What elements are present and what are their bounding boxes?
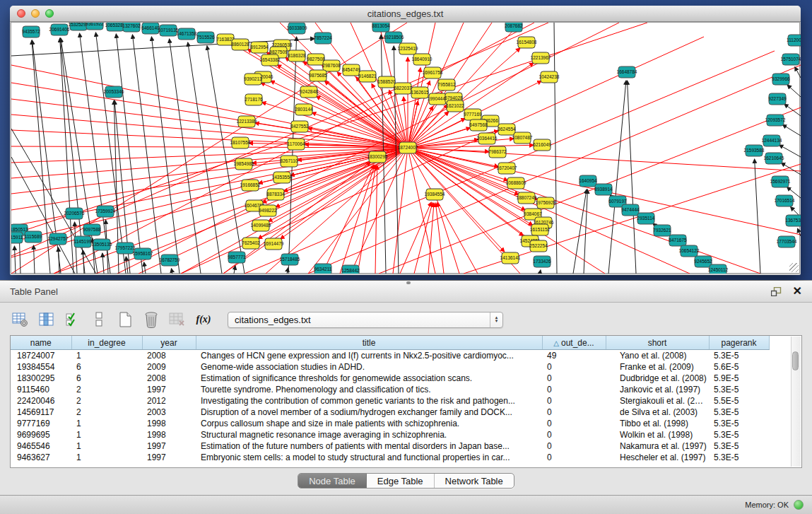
graph-node[interactable]: 7932621	[653, 225, 671, 236]
graph-node[interactable]: 16151152	[530, 224, 551, 235]
graph-node[interactable]: 16543382	[260, 54, 281, 66]
cell-short[interactable]: Nakamura et al. (1997)	[606, 440, 709, 452]
graph-node[interactable]: 16033809	[287, 23, 307, 34]
graph-node[interactable]: 1588520	[377, 76, 396, 88]
graph-edge[interactable]	[408, 148, 801, 171]
graph-node[interactable]: 18640910	[412, 54, 433, 65]
cell-name[interactable]: 9463627	[11, 452, 71, 463]
graph-node[interactable]: 1362615	[411, 87, 429, 98]
graph-node[interactable]: 9777169	[464, 109, 482, 120]
graph-node[interactable]: 6497568	[469, 119, 488, 131]
cell-pagerank[interactable]: 5.3E-5	[709, 407, 769, 418]
graph-edge[interactable]	[11, 148, 408, 178]
cell-pagerank[interactable]: 5.3E-5	[709, 429, 769, 440]
cell-out_de[interactable]: 49	[542, 350, 606, 362]
cell-out_de[interactable]: 0	[542, 373, 606, 384]
cell-in_degree[interactable]: 2	[71, 407, 142, 418]
table-row[interactable]: 946554611997Estimation of the future num…	[11, 440, 779, 452]
new-column-icon[interactable]	[114, 309, 136, 330]
graph-node[interactable]: 20364416	[477, 133, 498, 144]
graph-edge[interactable]	[14, 246, 16, 274]
graph-edge[interactable]	[351, 148, 408, 274]
graph-node[interactable]: 18107554	[230, 137, 251, 148]
graph-edge[interactable]	[782, 124, 801, 136]
graph-node[interactable]: 8454749	[342, 64, 360, 76]
graph-node[interactable]: 9857771	[228, 252, 246, 263]
cell-year[interactable]: 2009	[142, 361, 196, 373]
graph-node[interactable]: 16210645	[764, 153, 784, 164]
graph-node[interactable]: 9498222	[259, 205, 277, 216]
cell-pagerank[interactable]: 5.3E-5	[709, 350, 769, 362]
column-header-out_de[interactable]: △out_de...	[542, 336, 606, 350]
column-header-short[interactable]: short	[606, 336, 709, 350]
cell-short[interactable]: Stergiakouli et al. (2012)	[606, 395, 709, 407]
resize-grip-icon[interactable]	[789, 263, 799, 272]
graph-node[interactable]: 3624554	[498, 124, 516, 135]
cell-short[interactable]: Dudbridge et al. (2008)	[606, 373, 709, 384]
table-row[interactable]: 1830029562008Estimation of significance …	[11, 373, 779, 384]
graph-node[interactable]: 10807487	[512, 132, 533, 144]
combo-stepper-icon[interactable]: ▲▼	[490, 313, 502, 327]
tab-node-table[interactable]: Node Table	[298, 474, 367, 488]
column-header-pagerank[interactable]: pagerank	[709, 336, 769, 350]
graph-node[interactable]: 18724007	[398, 142, 418, 153]
table-row[interactable]: 1872400712008Changes of HCN gene express…	[11, 350, 779, 362]
graph-node[interactable]: 8813054	[372, 23, 390, 32]
graph-node[interactable]: 3915911	[11, 232, 23, 243]
network-view-window[interactable]: citations_edges.txt 18724007716382288601…	[10, 6, 801, 275]
show-columns-icon[interactable]	[36, 309, 57, 330]
graph-edge[interactable]	[95, 33, 126, 274]
graph-node[interactable]: 15751074	[781, 54, 801, 65]
table-selector-combo[interactable]: citations_edges.txt ▲▼	[228, 312, 503, 328]
graph-node[interactable]: 14099489	[251, 220, 271, 231]
graph-node[interactable]: 6822037	[394, 83, 412, 94]
table-panel-header[interactable]: Table Panel ✕	[0, 281, 812, 303]
graph-node[interactable]: 19854985	[234, 158, 254, 170]
graph-node[interactable]: 12325419	[398, 43, 418, 54]
cell-short[interactable]: Yano et al. (2008)	[606, 350, 709, 362]
cell-out_de[interactable]: 0	[542, 395, 606, 407]
graph-node[interactable]: 17359924	[95, 206, 116, 217]
graph-node[interactable]: 21593588	[744, 145, 765, 156]
cell-name[interactable]: 22420046	[11, 395, 71, 407]
graph-node[interactable]: 10719135	[158, 25, 179, 36]
cell-pagerank[interactable]: 5.5E-5	[709, 395, 769, 407]
cell-title[interactable]: Tourette syndrome. Phenomenology and cla…	[196, 384, 542, 395]
graph-node[interactable]: 19166852	[240, 180, 261, 191]
graph-node[interactable]: 20206576	[64, 208, 85, 219]
graph-node[interactable]: 8938914	[594, 184, 613, 195]
graph-node[interactable]: 15718485	[280, 254, 300, 265]
graph-node[interactable]: 14136141	[500, 252, 521, 264]
cell-year[interactable]: 1998	[142, 429, 196, 440]
graph-edge[interactable]	[798, 228, 801, 236]
graph-node[interactable]: 1170064	[288, 139, 305, 150]
float-panel-icon[interactable]	[771, 287, 782, 296]
cell-year[interactable]: 2012	[142, 395, 196, 407]
cell-name[interactable]: 9115460	[11, 384, 71, 395]
graph-node[interactable]: 9329966	[772, 74, 790, 85]
graph-node[interactable]: 20691406	[49, 24, 70, 35]
table-row[interactable]: 969969511998Structural magnetic resonanc…	[11, 429, 779, 440]
cell-short[interactable]: Tibbo et al. (1998)	[606, 418, 709, 429]
cell-in_degree[interactable]: 6	[71, 373, 142, 384]
graph-edge[interactable]	[281, 148, 408, 239]
graph-node[interactable]: 7625402	[242, 238, 260, 249]
graph-node[interactable]: 12213967	[531, 52, 551, 64]
cell-short[interactable]: Wolkin et al. (1998)	[606, 429, 709, 440]
graph-node[interactable]: 20053346	[104, 86, 124, 98]
graph-node[interactable]: 8427552	[290, 121, 309, 132]
cell-pagerank[interactable]: 5.3E-5	[709, 440, 769, 452]
graph-node[interactable]: 1258442	[341, 265, 360, 274]
cell-title[interactable]: Corpus callosum shape and size in male p…	[196, 418, 542, 429]
cell-title[interactable]: Genome-wide association studies in ADHD.	[196, 361, 542, 373]
cell-year[interactable]: 1997	[142, 452, 196, 463]
cell-name[interactable]: 9699695	[11, 429, 71, 440]
graph-edge[interactable]	[408, 148, 690, 274]
graph-node[interactable]: 8860128	[231, 39, 249, 50]
graph-node[interactable]: 16961758	[423, 67, 443, 78]
table-scrollbar-thumb[interactable]	[792, 351, 799, 370]
graph-node[interactable]: 16914479	[264, 238, 284, 250]
cell-title[interactable]: Structural magnetic resonance image aver…	[196, 429, 542, 440]
graph-node[interactable]: 8471675	[669, 235, 687, 246]
cell-title[interactable]: Disruption of a novel member of a sodium…	[196, 407, 542, 418]
